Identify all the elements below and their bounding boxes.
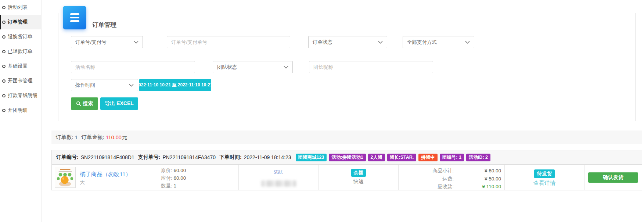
select-value: 订单号/支付号	[75, 39, 107, 46]
date-range-text: 2022-11-10 10:21 至 2022-11-10 10:21	[136, 82, 212, 88]
order-no-input[interactable]	[167, 36, 290, 48]
pay-no-label: 支付单号:	[138, 154, 161, 161]
order-row: 橘子商品（勿改11） 大 原价: 60.00 应付: 60.00 数量: 1 s…	[51, 165, 642, 190]
select-value: 全部支付方式	[407, 39, 437, 46]
menu-toggle-button[interactable]	[63, 6, 86, 29]
redacted-contact-info	[261, 180, 296, 187]
buyer-cell: star.	[238, 165, 318, 190]
circle-icon	[2, 6, 6, 9]
pay-method-select[interactable]: 全部支付方式	[403, 36, 474, 48]
chevron-down-icon	[134, 41, 138, 44]
delivery-method: 快递	[319, 178, 398, 185]
hamburger-icon	[70, 20, 79, 22]
ship-status-badge: 待发货	[534, 169, 555, 178]
leader-nickname-input[interactable]	[309, 61, 433, 73]
amounts-cell: 商品小计: ¥ 60.00 运费: ¥ 50.00 应收款: ¥ 110.00	[398, 165, 504, 190]
circle-icon	[2, 94, 6, 97]
confirm-ship-button[interactable]: 确认发货	[588, 172, 638, 183]
time-type-select[interactable]: 操作时间	[71, 79, 138, 91]
order-time-value: 2022-11-09 18:14:23	[244, 154, 291, 160]
payable-label: 应付:	[161, 175, 172, 181]
sidebar-item-label: 基础设置	[8, 63, 28, 69]
sidebar-item-payment-change-details[interactable]: 打款零钱明细	[0, 88, 41, 103]
group-id-badge: 团编号: 1	[440, 154, 464, 161]
product-cell: 橘子商品（勿改11） 大 原价: 60.00 应付: 60.00 数量: 1	[52, 165, 238, 190]
sidebar-item-order-management[interactable]: 订单管理	[0, 15, 41, 29]
circle-icon	[2, 79, 6, 83]
sidebar-item-activity-list[interactable]: 活动列表	[0, 0, 41, 15]
chevron-down-icon	[129, 84, 134, 87]
original-price-label: 原价:	[161, 168, 172, 173]
hamburger-icon	[70, 17, 79, 19]
original-price-row: 原价: 60.00	[161, 166, 186, 174]
activity-name-input[interactable]	[71, 61, 195, 73]
sidebar-item-label: 开团卡管理	[8, 78, 33, 84]
activity-badge: 活动:拼团活动1	[329, 154, 366, 161]
shop-badge: 团团商城123	[296, 154, 327, 161]
export-excel-button[interactable]: 导出 EXCEL	[100, 97, 138, 110]
hamburger-icon	[70, 13, 79, 15]
circle-icon	[2, 65, 6, 68]
sidebar-item-return-orders[interactable]: 退换货订单	[0, 29, 41, 44]
order-time-label: 下单时间:	[219, 154, 242, 161]
orders-count-label: 订单数:	[56, 134, 73, 141]
sidebar-item-label: 开团明细	[8, 107, 28, 114]
order-no-value: SN2211091814F408D1	[81, 154, 134, 160]
subtotal-label: 商品小计:	[399, 167, 454, 175]
sidebar-item-label: 打款零钱明细	[8, 92, 37, 99]
receivable-value: ¥ 110.00	[454, 183, 504, 191]
activity-id-badge: 活动ID: 2	[466, 154, 490, 161]
select-value: 操作时间	[75, 82, 95, 89]
sidebar-item-basic-settings[interactable]: 基础设置	[0, 59, 41, 74]
shipping-row: 运费: ¥ 50.00	[399, 175, 504, 183]
order-status-select[interactable]: 订单状态	[308, 36, 387, 48]
view-details-link[interactable]: 查看详情	[505, 180, 584, 187]
grouping-status-badge: 拼团中	[418, 154, 438, 161]
sidebar-item-label: 退换货订单	[8, 33, 33, 40]
product-prices: 原价: 60.00 应付: 60.00 数量: 1	[161, 166, 186, 190]
buyer-nickname-link[interactable]: star.	[274, 169, 283, 175]
export-button-label: 导出 EXCEL	[105, 100, 134, 107]
circle-icon	[2, 35, 6, 39]
action-cell: 确认发货	[584, 165, 642, 190]
sidebar-item-refunded-orders[interactable]: 已退款订单	[0, 44, 41, 59]
search-button[interactable]: 搜索	[71, 97, 98, 110]
circle-icon	[2, 50, 6, 53]
date-range-button[interactable]: 2022-11-10 10:21 至 2022-11-10 10:21	[139, 79, 211, 91]
search-icon	[76, 101, 81, 106]
pay-method-badge: 余额	[351, 169, 366, 177]
payable-row: 应付: 60.00	[161, 174, 186, 182]
group-size-badge: 2人团	[368, 154, 385, 161]
chevron-down-icon	[378, 41, 383, 44]
subtotal-row: 商品小计: ¥ 60.00	[399, 167, 504, 175]
quantity-row: 数量: 1	[161, 182, 186, 190]
page: 活动列表 订单管理 退换货订单 已退款订单 基础设置 开团卡管理 打款零钱明细	[0, 0, 644, 222]
sidebar: 活动列表 订单管理 退换货订单 已退款订单 基础设置 开团卡管理 打款零钱明细	[0, 0, 42, 222]
select-value: 团队状态	[217, 64, 237, 71]
page-title: 订单管理	[92, 21, 116, 29]
circle-icon	[2, 109, 6, 112]
product-name-link[interactable]: 橘子商品（勿改11）	[80, 171, 131, 178]
order-summary-bar: 订单数: 1 订单金额: 110.00元	[51, 130, 642, 144]
receivable-label: 应收款:	[399, 183, 454, 191]
chevron-down-icon	[465, 41, 470, 44]
orders-amount-label: 订单金额:	[82, 134, 104, 141]
chevron-down-icon	[284, 66, 288, 69]
sidebar-item-group-details[interactable]: 开团明细	[0, 103, 41, 118]
team-status-select[interactable]: 团队状态	[213, 61, 293, 73]
quantity-label: 数量:	[161, 183, 172, 189]
orders-count-value: 1	[75, 135, 78, 140]
sidebar-item-group-card-management[interactable]: 开团卡管理	[0, 74, 41, 88]
product-image	[55, 167, 76, 188]
leader-badge: 团长:STAR.	[387, 154, 417, 161]
sidebar-item-label: 订单管理	[8, 19, 28, 25]
order-no-type-select[interactable]: 订单号/支付号	[71, 36, 143, 48]
shipping-label: 运费:	[399, 175, 454, 183]
sidebar-item-label: 活动列表	[8, 4, 28, 11]
orders-amount-value: 110.00	[106, 135, 122, 140]
select-value: 订单状态	[313, 39, 332, 46]
product-spec: 大	[80, 179, 85, 186]
circle-icon	[2, 21, 6, 24]
pay-no-value: PN2211091814FA3470	[162, 154, 216, 160]
order-card: 订单编号: SN2211091814F408D1 支付单号: PN2211091…	[51, 150, 642, 190]
